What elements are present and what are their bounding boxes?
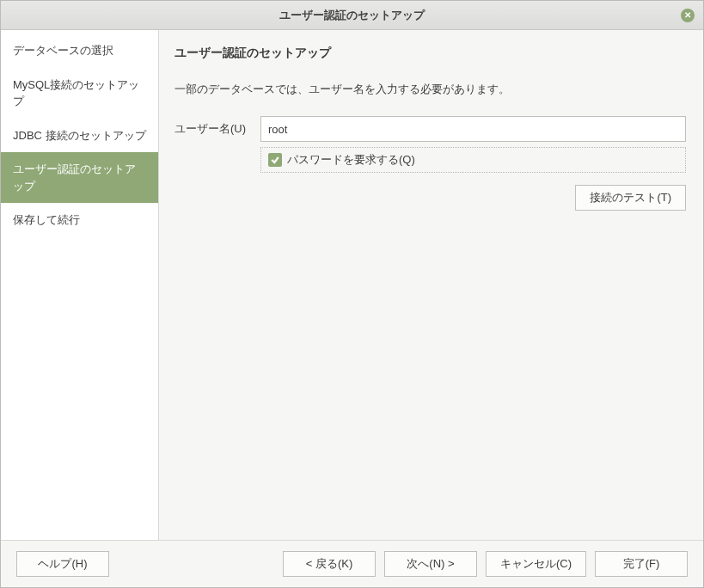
test-connection-row: 接続のテスト(T) — [174, 185, 686, 211]
wizard-window: ユーザー認証のセットアップ ✕ データベースの選択 MySQL接続のセットアップ… — [0, 0, 704, 588]
finish-button[interactable]: 完了(F) — [595, 551, 688, 577]
help-button[interactable]: ヘルプ(H) — [16, 551, 109, 577]
titlebar: ユーザー認証のセットアップ ✕ — [1, 1, 703, 30]
sidebar-item-save-continue[interactable]: 保存して続行 — [1, 203, 158, 237]
back-button[interactable]: < 戻る(K) — [283, 551, 376, 577]
sidebar-item-user-authentication[interactable]: ユーザー認証のセットアップ — [1, 152, 158, 203]
sidebar-item-mysql-connection[interactable]: MySQL接続のセットアップ — [1, 68, 158, 119]
check-icon — [270, 155, 280, 165]
password-required-row: パスワードを要求する(Q) — [260, 147, 686, 173]
window-title: ユーザー認証のセットアップ — [279, 8, 425, 23]
wizard-body: データベースの選択 MySQL接続のセットアップ JDBC 接続のセットアップ … — [1, 30, 703, 540]
test-connection-button[interactable]: 接続のテスト(T) — [575, 185, 686, 211]
wizard-footer: ヘルプ(H) < 戻る(K) 次へ(N) > キャンセル(C) 完了(F) — [1, 540, 703, 587]
wizard-steps-sidebar: データベースの選択 MySQL接続のセットアップ JDBC 接続のセットアップ … — [1, 30, 159, 540]
sidebar-item-jdbc-connection[interactable]: JDBC 接続のセットアップ — [1, 119, 158, 153]
next-button[interactable]: 次へ(N) > — [384, 551, 477, 577]
page-title: ユーザー認証のセットアップ — [174, 46, 686, 61]
password-required-checkbox[interactable] — [268, 153, 282, 167]
cancel-button[interactable]: キャンセル(C) — [486, 551, 586, 577]
sidebar-item-select-database[interactable]: データベースの選択 — [1, 34, 158, 68]
password-required-label: パスワードを要求する(Q) — [287, 152, 415, 168]
close-icon[interactable]: ✕ — [681, 9, 695, 22]
username-label: ユーザー名(U) — [174, 121, 260, 137]
username-input[interactable] — [260, 116, 686, 142]
page-description: 一部のデータベースでは、ユーザー名を入力する必要があります。 — [174, 82, 686, 97]
username-row: ユーザー名(U) — [174, 116, 686, 142]
wizard-main-panel: ユーザー認証のセットアップ 一部のデータベースでは、ユーザー名を入力する必要があ… — [159, 30, 703, 540]
